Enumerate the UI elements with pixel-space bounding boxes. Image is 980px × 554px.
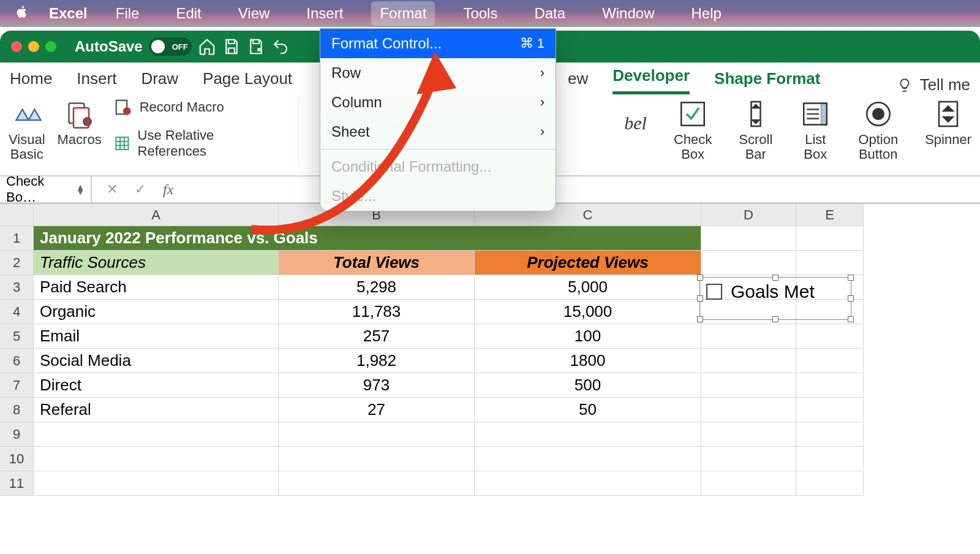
row-head[interactable]: 11 xyxy=(0,471,34,496)
header-b[interactable]: Total Views xyxy=(279,251,475,275)
col-head[interactable]: A xyxy=(34,204,279,226)
menubar-tools[interactable]: Tools xyxy=(454,1,506,26)
cell[interactable]: 1800 xyxy=(475,349,701,373)
header-c[interactable]: Projected Views xyxy=(475,251,701,275)
cell[interactable] xyxy=(34,422,279,447)
cell[interactable]: 27 xyxy=(279,398,475,422)
minimize-icon[interactable] xyxy=(28,41,39,52)
menu-item[interactable]: Sheet› xyxy=(320,117,556,146)
resize-handle[interactable] xyxy=(772,275,778,281)
cell[interactable]: 5,000 xyxy=(475,275,701,300)
cell[interactable]: 50 xyxy=(475,398,701,422)
resize-handle[interactable] xyxy=(848,316,854,322)
checkbox-box-icon[interactable] xyxy=(706,284,722,300)
tab-developer[interactable]: Developer xyxy=(612,60,690,94)
menubar-file[interactable]: File xyxy=(107,1,148,26)
menubar-edit[interactable]: Edit xyxy=(167,1,209,26)
resize-handle[interactable] xyxy=(697,275,703,281)
cell[interactable]: 11,783 xyxy=(279,300,475,324)
cancel-formula-icon[interactable]: ✕ xyxy=(107,181,118,197)
tab-home[interactable]: Home xyxy=(10,63,52,94)
save-as-icon[interactable] xyxy=(247,37,265,56)
accept-formula-icon[interactable]: ✓ xyxy=(135,181,146,197)
tab-insert[interactable]: Insert xyxy=(77,63,116,94)
tab-draw[interactable]: Draw xyxy=(141,63,178,94)
tab-page-layout[interactable]: Page Layout xyxy=(203,63,292,94)
cell[interactable]: Paid Search xyxy=(34,275,279,300)
formula-input[interactable] xyxy=(188,176,980,202)
tab-partial[interactable]: ew xyxy=(568,63,588,94)
listbox-button[interactable]: List Box xyxy=(799,98,831,162)
col-head[interactable]: E xyxy=(796,204,864,226)
menubar-data[interactable]: Data xyxy=(526,1,574,26)
resize-handle[interactable] xyxy=(697,316,703,322)
cell[interactable]: Direct xyxy=(34,373,279,398)
row-head[interactable]: 1 xyxy=(0,226,34,251)
cell[interactable] xyxy=(279,447,475,471)
cell[interactable]: Email xyxy=(34,324,279,349)
cell[interactable] xyxy=(701,471,796,496)
menubar-help[interactable]: Help xyxy=(682,1,729,26)
checkbox-form-control[interactable]: Goals Met xyxy=(699,277,851,320)
menu-item[interactable]: Column› xyxy=(320,88,556,117)
menu-item[interactable]: Format Control...⌘ 1 xyxy=(320,29,556,58)
cell[interactable]: Organic xyxy=(34,300,279,324)
tell-me[interactable]: Tell me xyxy=(897,75,970,94)
resize-handle[interactable] xyxy=(848,275,854,281)
row-head[interactable]: 2 xyxy=(0,251,34,275)
cell[interactable]: 500 xyxy=(475,373,701,398)
cell[interactable]: 15,000 xyxy=(475,300,701,324)
cell[interactable] xyxy=(279,422,475,447)
resize-handle[interactable] xyxy=(697,295,703,302)
save-icon[interactable] xyxy=(222,37,241,56)
undo-icon[interactable] xyxy=(271,37,290,56)
stepper-icon[interactable]: ▲▼ xyxy=(76,184,85,195)
cell[interactable] xyxy=(796,471,864,496)
menubar-view[interactable]: View xyxy=(230,1,279,26)
menubar-insert[interactable]: Insert xyxy=(298,1,352,26)
menubar-format[interactable]: Format xyxy=(371,1,435,26)
option-button[interactable]: Option Button xyxy=(858,98,898,162)
record-macro-button[interactable]: Record Macro xyxy=(114,98,271,116)
resize-handle[interactable] xyxy=(772,316,778,322)
cell[interactable]: 973 xyxy=(279,373,475,398)
cell[interactable]: Social Media xyxy=(34,349,279,373)
autosave-switch[interactable]: OFF xyxy=(149,37,192,56)
menu-item[interactable]: Row› xyxy=(320,58,556,88)
row-head[interactable]: 4 xyxy=(0,300,34,324)
cell[interactable]: Referal xyxy=(34,398,279,422)
autosave-toggle[interactable]: AutoSave OFF xyxy=(75,37,192,56)
resize-handle[interactable] xyxy=(848,295,854,302)
col-head[interactable]: D xyxy=(701,204,796,226)
cell[interactable]: 257 xyxy=(279,324,475,349)
row-head[interactable]: 8 xyxy=(0,398,34,422)
home-icon[interactable] xyxy=(198,37,216,56)
cell[interactable] xyxy=(701,447,796,471)
cell[interactable]: 100 xyxy=(475,324,701,349)
cell[interactable]: 1,982 xyxy=(279,349,475,373)
macros-button[interactable]: Macros xyxy=(58,98,102,147)
row-head[interactable]: 9 xyxy=(0,422,34,447)
apple-icon[interactable] xyxy=(15,4,29,23)
tab-shape-format[interactable]: Shape Format xyxy=(714,63,820,94)
spreadsheet[interactable]: ABCDE1January 2022 Performance vs. Goals… xyxy=(0,203,980,496)
cell[interactable] xyxy=(475,471,701,496)
cell[interactable] xyxy=(796,422,864,447)
sheet-title[interactable]: January 2022 Performance vs. Goals xyxy=(34,226,701,251)
spinner-button[interactable]: Spinner xyxy=(925,98,971,147)
menubar-window[interactable]: Window xyxy=(594,1,663,26)
row-head[interactable]: 7 xyxy=(0,373,34,398)
cell[interactable] xyxy=(475,422,701,447)
name-box[interactable]: Check Bo… ▲▼ xyxy=(0,176,92,202)
close-icon[interactable] xyxy=(11,41,22,52)
use-relative-refs-button[interactable]: Use Relative References xyxy=(114,127,271,159)
header-a[interactable]: Traffic Sources xyxy=(34,251,279,275)
cell[interactable] xyxy=(279,471,475,496)
menubar-app[interactable]: Excel xyxy=(49,5,88,22)
row-head[interactable]: 6 xyxy=(0,349,34,373)
cell[interactable] xyxy=(34,447,279,471)
cell[interactable] xyxy=(796,447,864,471)
row-head[interactable]: 3 xyxy=(0,275,34,300)
row-head[interactable]: 10 xyxy=(0,447,34,471)
cell[interactable] xyxy=(701,422,796,447)
